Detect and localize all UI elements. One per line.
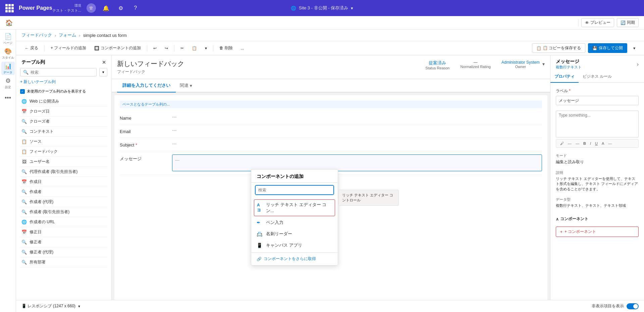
responsive-dropdown[interactable]: ▾ — [78, 304, 80, 309]
right-panel-title-section: メッセージ 複数行テキスト — [556, 59, 582, 70]
field-value-message[interactable]: --- — [172, 154, 542, 171]
owner-field[interactable]: Administrator System Owner ▾ — [501, 59, 545, 69]
tab-properties[interactable]: プロパティ — [550, 71, 579, 83]
redo-button[interactable]: ↪ — [161, 44, 171, 52]
list-item[interactable]: 📋フィードバック — [20, 147, 107, 157]
close-icon[interactable]: ✕ — [102, 60, 106, 65]
rt-more[interactable]: — — [607, 141, 613, 146]
get-more-icon: 🔗 — [257, 257, 262, 261]
copy-button[interactable]: 📋 — [189, 44, 200, 52]
form-title-section: 新しいフィードバック フィードバック — [117, 59, 184, 75]
add-component-button[interactable]: 🔲 コンポーネントの追加 — [91, 44, 144, 53]
dropdown-arrow[interactable]: ▾ — [202, 44, 210, 52]
list-item[interactable]: 🔍コンテキスト — [20, 127, 107, 137]
popup-item-card-label: 名刺リーダー — [266, 231, 292, 237]
bottom-bar: 📱 レスポンシブ (1247 x 660) ▾ 非表示項目を表示 — [16, 300, 644, 312]
sep1 — [44, 45, 45, 52]
popup-search-input[interactable] — [255, 185, 334, 195]
bottom-bar-left: 📱 レスポンシブ (1247 x 660) ▾ — [21, 303, 80, 309]
responsive-label[interactable]: 📱 レスポンシブ (1247 x 660) — [21, 303, 75, 309]
save-publish-button[interactable]: 💾 保存して公開 — [588, 43, 627, 53]
help-icon[interactable]: ? — [131, 3, 140, 13]
add-field-button[interactable]: + フィールドの追加 — [47, 44, 90, 53]
publish-dropdown[interactable]: ▾ — [630, 44, 639, 52]
col-icon: 🌐 — [21, 99, 27, 104]
popup-item-canvas[interactable]: 📱 キャンバス アプリ — [251, 240, 338, 251]
new-column-button[interactable]: + 新しいテーブル列 — [20, 79, 56, 85]
list-item[interactable]: 🔍修正者 (代理) — [20, 247, 107, 257]
popup-item-richtext[interactable]: Aヨ リッチ テキスト エディター コン... — [254, 199, 335, 216]
list-item[interactable]: 🔍作成者 — [20, 187, 107, 197]
breadcrumb: フィードバック › フォーム › simple contact us form — [16, 29, 644, 41]
undo-button[interactable]: ↩ — [150, 44, 160, 52]
right-panel-expand[interactable]: › — [637, 61, 639, 67]
search-input[interactable] — [31, 70, 94, 75]
save-copy-button[interactable]: 📋 📋 コピーを保存する — [532, 43, 585, 53]
unused-checkbox[interactable]: ✓ — [20, 89, 25, 94]
sync-icon: 🔄 — [621, 20, 626, 25]
sidebar-item-data[interactable]: 📊 データ — [1, 62, 15, 75]
list-item[interactable]: 🖼ユーザー名 — [20, 157, 107, 167]
mode-label: モード — [556, 153, 639, 158]
site-dropdown-icon[interactable]: ▾ — [351, 6, 353, 11]
right-panel: メッセージ 複数行テキスト › プロパティ ビジネス ルール ラベル * 🖋 —… — [550, 55, 644, 312]
home-icon[interactable]: 🏠 — [5, 19, 13, 26]
list-item[interactable]: 📅作成日 — [20, 177, 107, 187]
toggle-knob — [633, 304, 638, 309]
secondary-bar: 🏠 👁 プレビュー 🔄 同期 — [0, 16, 644, 29]
hidden-toggle[interactable] — [627, 303, 639, 309]
rt-underline[interactable]: U — [594, 141, 599, 146]
breadcrumb-item2[interactable]: フォーム — [59, 32, 76, 38]
sidebar-item-setup[interactable]: ⚙ 設定 — [1, 76, 15, 90]
list-item[interactable]: 🔍クローズ者 — [20, 117, 107, 127]
datatype-value: 複数行テキスト、テキスト、テキスト領域 — [556, 203, 639, 208]
col-icon: 🖼 — [21, 159, 27, 164]
list-item[interactable]: 📅修正日 — [20, 227, 107, 237]
list-item[interactable]: 📋ソース — [20, 137, 107, 147]
sidebar-item-pages[interactable]: 📄 ページ — [1, 32, 15, 46]
tab-related[interactable]: 関連 ▾ — [176, 79, 196, 92]
delete-button[interactable]: 🗑 削除 — [216, 44, 236, 53]
add-component-button-panel[interactable]: + + コンポーネント — [556, 227, 639, 237]
bottom-bar-right: 非表示項目を表示 — [592, 303, 639, 309]
label-input[interactable] — [556, 96, 639, 105]
back-button[interactable]: ← 戻る — [21, 44, 42, 53]
panel-textarea[interactable] — [556, 111, 639, 137]
popup-item-card[interactable]: 📇 名刺リーダー — [251, 228, 338, 240]
filter-button[interactable]: ▾ — [99, 68, 107, 76]
list-item[interactable]: 🔍作成者 (取引先担当者) — [20, 207, 107, 217]
popup-footer[interactable]: 🔗 コンポーネントをさらに取得 — [251, 252, 338, 265]
component-section-title: ∧ コンポーネント — [556, 216, 639, 222]
list-item[interactable]: 📅クローズ日 — [20, 107, 107, 117]
rt-italic[interactable]: I — [589, 141, 592, 146]
avatar[interactable]: 管 — [87, 3, 96, 13]
list-item[interactable]: 🔍代理作成者 (取引先担当者) — [20, 167, 107, 177]
rt-sep1: — — [567, 141, 573, 146]
sep4 — [213, 45, 213, 52]
rt-pen[interactable]: 🖋 — [559, 141, 565, 146]
sync-button[interactable]: 🔄 同期 — [617, 18, 639, 27]
sidebar-item-styles[interactable]: 🎨 スタイル — [1, 47, 15, 60]
list-item[interactable]: 🔍所有部署 — [20, 257, 107, 267]
notification-icon[interactable]: 🔔 — [101, 3, 111, 13]
settings-icon[interactable]: ⚙ — [116, 3, 125, 13]
sidebar-item-more[interactable]: ••• — [1, 91, 15, 105]
waffle-menu[interactable] — [4, 3, 15, 13]
rt-color[interactable]: A — [600, 141, 605, 146]
breadcrumb-item1[interactable]: フィードバック — [21, 32, 52, 38]
list-item[interactable]: 🔍作成者 (代理) — [20, 197, 107, 207]
tab-business-rules[interactable]: ビジネス ルール — [579, 71, 616, 83]
preview-button[interactable]: 👁 プレビュー — [581, 18, 614, 27]
rt-bold[interactable]: B — [582, 141, 587, 146]
popup-item-pen[interactable]: ✒ ペン入力 — [251, 217, 338, 228]
form-row-subject: Subject * --- — [120, 138, 542, 151]
more-button[interactable]: ... — [237, 44, 248, 52]
list-item[interactable]: 🔍修正者 — [20, 237, 107, 247]
column-list: 🌐Web に公開済み📅クローズ日🔍クローズ者🔍コンテキスト📋ソース📋フィードバッ… — [16, 97, 111, 312]
tab-details[interactable]: 詳細を入力してください — [117, 79, 176, 92]
list-item[interactable]: 🌐作成者の URL — [20, 217, 107, 227]
col-icon: 📅 — [21, 230, 27, 235]
cut-button[interactable]: ✂ — [177, 44, 187, 52]
panel-mode-section: モード 編集と読み取り — [550, 150, 644, 168]
list-item[interactable]: 🌐Web に公開済み — [20, 97, 107, 107]
